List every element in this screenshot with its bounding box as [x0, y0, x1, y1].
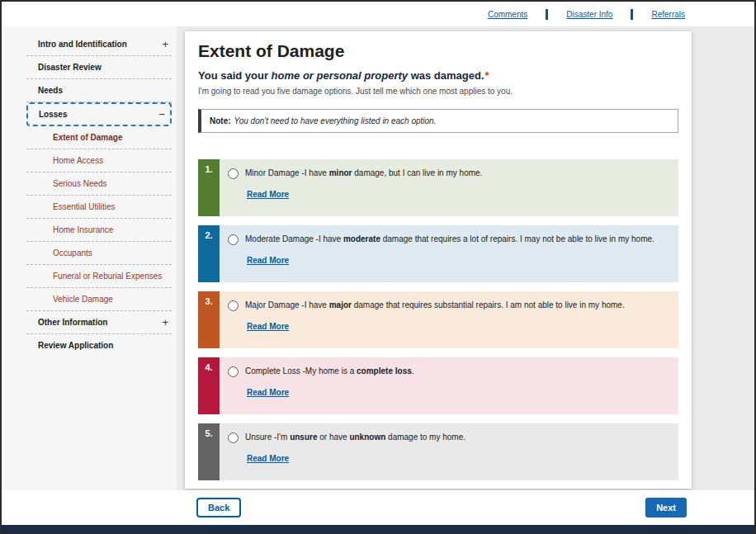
sidebar-subitem-vehicle-damage[interactable]: Vehicle Damage [26, 288, 172, 311]
sidebar-item-review-application[interactable]: Review Application [26, 334, 172, 357]
action-bar: Back Next [2, 490, 754, 525]
sidebar-item-other-information[interactable]: Other Information + [26, 311, 172, 334]
read-more-link[interactable]: Read More [247, 322, 289, 331]
damage-statement: You said your home or personal property … [198, 69, 678, 82]
read-more-link[interactable]: Read More [247, 454, 289, 463]
sidebar-item-intro-and-identification[interactable]: Intro and Identification + [26, 33, 172, 56]
sidebar-item-losses[interactable]: Losses − [26, 102, 172, 126]
sidebar-subitem-home-access[interactable]: Home Access [26, 149, 172, 172]
top-navigation: Comments Disaster Info Referrals [2, 2, 754, 26]
note-box: Note:You don't need to have everything l… [198, 109, 678, 133]
option-number: 4. [198, 357, 220, 414]
damage-option-complete-loss: 4. Complete Loss -My home is a complete … [198, 357, 678, 414]
option-text: Major Damage -I have major damage that r… [245, 300, 625, 311]
note-text: You don't need to have everything listed… [234, 116, 437, 125]
option-number: 2. [198, 225, 220, 282]
sidebar-panel: Intro and Identification + Disaster Revi… [2, 26, 177, 490]
sidebar-subitem-serious-needs[interactable]: Serious Needs [26, 172, 172, 196]
sidebar-item-needs[interactable]: Needs [26, 79, 172, 102]
sidebar-item-label: Review Application [38, 341, 113, 350]
sidebar-item-disaster-review[interactable]: Disaster Review [26, 56, 172, 79]
sidebar-subitem-home-insurance[interactable]: Home Insurance [26, 219, 172, 242]
damage-option-moderate: 2. Moderate Damage -I have moderate dama… [198, 225, 678, 282]
option-text: Unsure -I'm unsure or have unknown damag… [245, 432, 465, 443]
note-label: Note: [210, 116, 231, 125]
option-text: Minor Damage -I have minor damage, but I… [245, 168, 482, 179]
sidebar-item-label: Disaster Review [38, 63, 102, 72]
radio-button-major-damage[interactable] [228, 300, 239, 311]
back-button[interactable]: Back [196, 498, 241, 517]
sidebar-item-label: Intro and Identification [38, 40, 127, 49]
radio-button-moderate-damage[interactable] [228, 234, 239, 245]
top-link-comments[interactable]: Comments [488, 10, 527, 19]
option-number: 3. [198, 291, 220, 348]
damage-options-list: 1. Minor Damage -I have minor damage, bu… [198, 159, 678, 480]
radio-button-unsure[interactable] [228, 432, 239, 443]
link-separator [631, 9, 633, 20]
radio-button-minor-damage[interactable] [228, 168, 239, 179]
read-more-link[interactable]: Read More [247, 190, 289, 199]
page-title: Extent of Damage [198, 41, 678, 61]
damage-option-minor: 1. Minor Damage -I have minor damage, bu… [198, 159, 678, 216]
sidebar-item-label: Needs [38, 86, 63, 95]
sidebar-subitem-funeral-or-reburial-expenses[interactable]: Funeral or Reburial Expenses [26, 265, 172, 288]
app-window: Comments Disaster Info Referrals Intro a… [0, 0, 756, 534]
option-text: Moderate Damage -I have moderate damage … [245, 234, 654, 245]
instruction-text: I'm going to read you five damage option… [198, 87, 678, 96]
link-separator [546, 9, 548, 20]
option-number: 5. [198, 423, 220, 480]
read-more-link[interactable]: Read More [247, 388, 289, 397]
sidebar-nav: Intro and Identification + Disaster Revi… [26, 33, 172, 357]
sidebar-item-label: Other Information [38, 318, 107, 327]
sidebar-subitem-occupants[interactable]: Occupants [26, 242, 172, 265]
footer-strip [2, 525, 754, 532]
required-asterisk: * [485, 69, 489, 82]
sidebar-item-label: Losses [39, 110, 67, 119]
expand-icon[interactable]: + [162, 319, 168, 327]
collapse-icon[interactable]: − [158, 111, 165, 119]
top-link-referrals[interactable]: Referrals [651, 10, 685, 19]
read-more-link[interactable]: Read More [247, 256, 289, 265]
option-number: 1. [198, 159, 220, 216]
main-content: Extent of Damage You said your home or p… [185, 31, 692, 489]
damage-option-major: 3. Major Damage -I have major damage tha… [198, 291, 678, 348]
sidebar-subitem-extent-of-damage[interactable]: Extent of Damage [26, 126, 172, 149]
option-text: Complete Loss -My home is a complete los… [245, 366, 414, 377]
next-button[interactable]: Next [645, 498, 687, 517]
expand-icon[interactable]: + [162, 40, 168, 49]
damage-option-unsure: 5. Unsure -I'm unsure or have unknown da… [198, 423, 678, 480]
radio-button-complete-loss[interactable] [228, 366, 239, 377]
sidebar-subitem-essential-utilities[interactable]: Essential Utilities [26, 196, 172, 219]
top-link-disaster-info[interactable]: Disaster Info [566, 10, 612, 19]
